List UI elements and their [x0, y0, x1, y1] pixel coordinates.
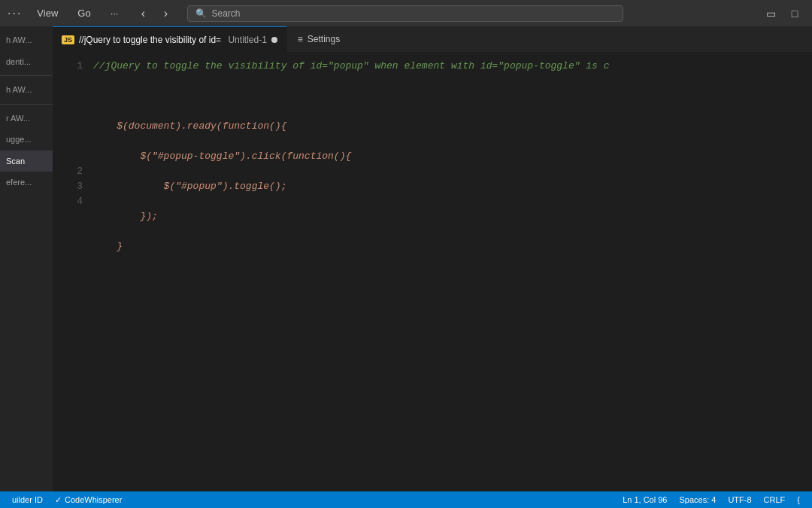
line-num-blank2	[53, 89, 83, 104]
unsaved-dot	[271, 37, 277, 43]
sidebar: h AW... denti... h AW... r AW... ugge...…	[0, 26, 53, 491]
code-line-10	[93, 330, 812, 345]
sidebar-item-2[interactable]: denti...	[0, 51, 53, 73]
line-num-2: 2	[53, 164, 83, 179]
menu-go[interactable]: Go	[74, 6, 93, 20]
sidebar-item-scan[interactable]: Scan	[0, 151, 53, 172]
code-line-5: $("#popup").toggle();	[93, 179, 812, 194]
search-label: Search	[211, 8, 240, 19]
settings-icon: ≡	[298, 34, 303, 44]
line-num-3: 3	[53, 179, 83, 194]
line-num-1: 1	[53, 59, 83, 74]
line-num-blank5	[53, 134, 83, 149]
menu-more[interactable]: ···	[108, 6, 122, 20]
editor-content[interactable]: 1 2 3 4 //jQuery to toggle the visibilit…	[53, 53, 812, 491]
status-codewhisperer[interactable]: ✓ CodeWhisperer	[49, 491, 128, 508]
status-builder-id[interactable]: uilder ID	[6, 491, 49, 508]
sidebar-item-3[interactable]: h AW...	[0, 79, 53, 101]
line-num-4: 4	[53, 194, 83, 209]
line-num-blank1	[53, 74, 83, 89]
tab-subtitle: Untitled-1	[228, 35, 266, 45]
code-line-8	[93, 269, 812, 284]
status-line-ending[interactable]: CRLF	[758, 491, 792, 508]
titlebar-right: ▭ □	[761, 4, 804, 23]
sidebar-spacer	[0, 193, 53, 489]
tab-title: //jQuery to toggle the visibility of id=	[79, 35, 223, 45]
main-layout: h AW... denti... h AW... r AW... ugge...…	[0, 26, 812, 491]
code-line-4: $("#popup-toggle").click(function(){	[93, 149, 812, 164]
line-col-label: Ln 1, Col 96	[623, 495, 667, 504]
status-bar: uilder ID ✓ CodeWhisperer Ln 1, Col 96 S…	[0, 491, 812, 508]
menu-bar: View Go ···	[34, 6, 121, 20]
tab-main[interactable]: JS //jQuery to toggle the visibility of …	[53, 26, 287, 52]
spaces-label: Spaces: 4	[679, 495, 716, 504]
panel-layout-button2[interactable]: □	[785, 4, 804, 23]
code-line-9	[93, 300, 812, 315]
code-line-6: });	[93, 209, 812, 224]
tab-settings[interactable]: ≡ Settings	[287, 26, 350, 52]
forward-button[interactable]: ›	[156, 4, 175, 23]
search-icon: 🔍	[195, 8, 207, 19]
check-icon: ✓	[55, 495, 62, 505]
builder-id-label: uilder ID	[12, 495, 43, 504]
editor-area: JS //jQuery to toggle the visibility of …	[53, 26, 812, 491]
line-num-blank4	[53, 119, 83, 134]
status-language[interactable]: {	[791, 491, 806, 508]
js-icon: JS	[62, 35, 74, 44]
sidebar-item-1[interactable]: h AW...	[0, 29, 53, 51]
titlebar-more-menu[interactable]: ···	[8, 7, 22, 20]
code-line-3: $(document).ready(function(){	[93, 119, 812, 134]
line-num-blank6	[53, 149, 83, 164]
sidebar-separator-1	[0, 75, 53, 76]
sidebar-separator-2	[0, 104, 53, 105]
language-label: {	[797, 495, 800, 504]
line-ending-label: CRLF	[764, 495, 786, 504]
line-num-blank3	[53, 104, 83, 119]
code-editor[interactable]: //jQuery to toggle the visibility of id=…	[90, 53, 812, 491]
settings-label: Settings	[308, 34, 340, 44]
search-bar[interactable]: 🔍 Search	[187, 5, 623, 22]
menu-view[interactable]: View	[34, 6, 61, 20]
code-line-1: //jQuery to toggle the visibility of id=…	[93, 59, 812, 74]
panel-layout-button1[interactable]: ▭	[761, 4, 780, 23]
status-line-col[interactable]: Ln 1, Col 96	[617, 491, 673, 508]
code-line-7: }	[93, 239, 812, 254]
sidebar-item-4[interactable]: r AW...	[0, 108, 53, 129]
back-button[interactable]: ‹	[133, 4, 153, 23]
sidebar-item-5[interactable]: ugge...	[0, 129, 53, 151]
code-line-blank	[93, 89, 812, 104]
line-numbers: 1 2 3 4	[53, 53, 90, 491]
codewhisperer-label: CodeWhisperer	[65, 495, 122, 504]
tab-bar: JS //jQuery to toggle the visibility of …	[53, 26, 812, 53]
nav-buttons: ‹ ›	[133, 4, 175, 23]
encoding-label: UTF-8	[728, 495, 751, 504]
status-spaces[interactable]: Spaces: 4	[673, 491, 722, 508]
status-encoding[interactable]: UTF-8	[722, 491, 757, 508]
sidebar-item-preferences[interactable]: efere...	[0, 172, 53, 193]
titlebar: ··· View Go ··· ‹ › 🔍 Search ▭ □	[0, 0, 812, 26]
